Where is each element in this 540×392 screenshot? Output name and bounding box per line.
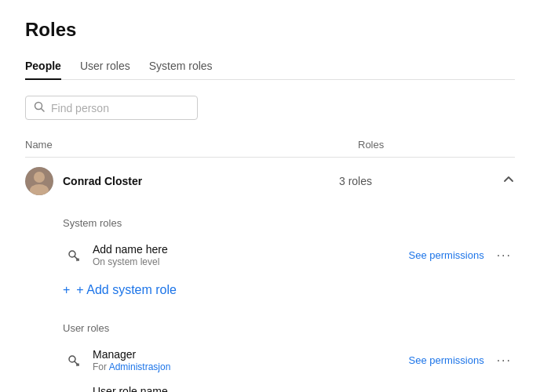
- system-role-name: Add name here: [93, 243, 409, 256]
- person-name: Conrad Closter: [63, 175, 339, 187]
- key-icon-wrap: [63, 245, 85, 267]
- col-name-header: Name: [25, 139, 358, 151]
- page-title: Roles: [25, 19, 515, 41]
- col-roles-header: Roles: [358, 139, 515, 151]
- system-role-see-permissions-btn[interactable]: See permissions: [409, 249, 484, 261]
- user-role-item-generic: User role name For Organization See perm…: [63, 379, 515, 392]
- user-role-item-manager: Manager For Administrasjon See permissio…: [63, 342, 515, 379]
- manager-for-prefix: For: [93, 361, 109, 372]
- search-container: [25, 96, 198, 120]
- generic-role-name: User role name: [93, 385, 409, 392]
- tabs-container: People User roles System roles: [25, 53, 515, 80]
- person-details: System roles Add name here On system lev…: [25, 205, 515, 392]
- generic-role-info: User role name For Organization: [93, 385, 409, 392]
- manager-role-sub: For Administrasjon: [93, 361, 409, 372]
- chevron-up-icon: [502, 173, 515, 190]
- person-header[interactable]: Conrad Closter 3 roles: [25, 158, 515, 205]
- manager-see-permissions-btn[interactable]: See permissions: [409, 354, 484, 366]
- manager-key-icon: [63, 350, 85, 372]
- table-header: Name Roles: [25, 136, 515, 158]
- system-role-item: Add name here On system level See permis…: [63, 237, 515, 274]
- svg-line-1: [42, 109, 45, 112]
- person-roles-count: 3 roles: [339, 175, 496, 187]
- user-roles-label: User roles: [63, 322, 515, 334]
- tab-people[interactable]: People: [25, 53, 61, 80]
- manager-more-btn[interactable]: ···: [494, 354, 515, 368]
- system-role-more-btn[interactable]: ···: [494, 249, 515, 263]
- system-role-sub: On system level: [93, 256, 409, 267]
- manager-role-actions: See permissions ···: [409, 354, 515, 368]
- plus-icon: +: [63, 283, 70, 297]
- manager-org-link[interactable]: Administrasjon: [109, 361, 171, 372]
- system-role-info: Add name here On system level: [93, 243, 409, 267]
- avatar: [25, 167, 53, 195]
- search-icon: [34, 101, 45, 114]
- person-row: Conrad Closter 3 roles System roles: [25, 158, 515, 392]
- add-system-role-label: + Add system role: [76, 283, 177, 297]
- system-role-actions: See permissions ···: [409, 249, 515, 263]
- add-system-role-btn[interactable]: + + Add system role: [63, 277, 181, 303]
- generic-role-key-icon: [63, 387, 85, 393]
- manager-role-name: Manager: [93, 348, 409, 361]
- tab-system-roles[interactable]: System roles: [149, 53, 213, 80]
- manager-role-info: Manager For Administrasjon: [93, 348, 409, 372]
- search-input[interactable]: [51, 102, 189, 114]
- tab-user-roles[interactable]: User roles: [80, 53, 130, 80]
- system-roles-label: System roles: [63, 217, 515, 229]
